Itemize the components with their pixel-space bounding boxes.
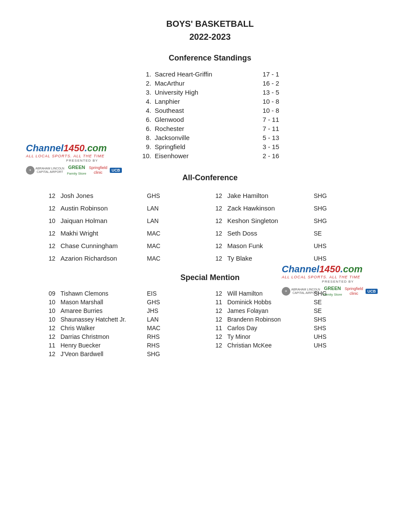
standings-record: 10 - 8	[253, 98, 279, 105]
player-grade: 11	[43, 342, 60, 349]
special-row-right: 12 Brandenn Robinson SHS	[210, 315, 377, 324]
player-school: LAN	[147, 217, 173, 224]
standings-team: Rochester	[155, 125, 184, 132]
player-name: Henry Buecker	[60, 342, 147, 349]
player-name: Chase Cunningham	[60, 242, 147, 249]
standings-record: 5 - 13	[253, 134, 279, 141]
player-school: UHS	[314, 242, 340, 249]
player-name: Chris Walker	[60, 325, 147, 332]
player-grade: 10	[43, 299, 60, 306]
player-name: Tishawn Clemons	[60, 290, 147, 297]
airport-icon: ✈	[26, 166, 35, 175]
standings-record: 2 - 16	[253, 152, 279, 159]
player-name: Keshon Singleton	[227, 217, 314, 224]
standings-row: 1. Sacred Heart-Griffin 17 - 1	[141, 70, 279, 79]
allconf-row-right: 12 Ty Blake UHS	[210, 252, 377, 265]
player-grade: 12	[43, 255, 60, 262]
player-name: Christian McKee	[227, 342, 314, 349]
player-school: UHS	[314, 255, 340, 262]
special-row-left: 12 Chris Walker MAC	[43, 324, 210, 332]
player-school: SHS	[314, 325, 340, 332]
allconf-section: All-Conference 12 Josh Jones GHS 12 Jake…	[26, 173, 394, 265]
standings-team: Southeast	[155, 107, 184, 114]
player-name: Carlos Day	[227, 325, 314, 332]
player-name: Ty Blake	[227, 255, 314, 262]
player-grade: 10	[43, 316, 60, 323]
standings-row: 3. University High 13 - 5	[141, 88, 279, 97]
allconf-row-left: 10 Jaiquan Holman LAN	[43, 214, 210, 227]
standings-row: 4. Lanphier 10 - 8	[141, 97, 279, 106]
player-grade: 12	[210, 307, 227, 314]
player-name: Seth Doss	[227, 230, 314, 237]
player-grade: 10	[43, 307, 60, 314]
player-name: Brandenn Robinson	[227, 316, 314, 323]
allconf-row-right: 12 Seth Doss SE	[210, 227, 377, 239]
player-grade: 12	[43, 230, 60, 237]
player-name: Jaiquan Holman	[60, 217, 147, 224]
player-name: Ty Minor	[227, 333, 314, 340]
player-grade: 12	[210, 290, 227, 297]
player-school: EIS	[147, 290, 173, 297]
player-school: JHS	[147, 307, 173, 314]
standings-rank: 3.	[141, 89, 151, 96]
special-grid: 09 Tishawn Clemons EIS 12 Will Hamilton …	[43, 289, 377, 358]
standings-rank: 1.	[141, 70, 151, 78]
standings-record: 7 - 11	[253, 116, 279, 123]
player-grade: 12	[210, 333, 227, 340]
player-grade: 12	[210, 205, 227, 212]
special-row-right: 12 Ty Minor UHS	[210, 332, 377, 341]
special-row-right: 11 Dominick Hobbs SE	[210, 298, 377, 306]
standings-team: Jacksonville	[155, 134, 190, 141]
allconf-grid: 12 Josh Jones GHS 12 Jake Hamilton SHG 1…	[43, 189, 377, 265]
player-school: MAC	[147, 255, 173, 262]
player-grade: 12	[43, 242, 60, 249]
player-school: SE	[314, 307, 340, 314]
player-school: LAN	[147, 316, 173, 323]
airport-icon-2: ✈	[282, 287, 290, 296]
standings-row: 10. Eisenhower 2 - 16	[141, 151, 279, 160]
standings-team: University High	[155, 89, 198, 96]
standings-rank: 4.	[141, 107, 151, 114]
standings-rank: 4.	[141, 98, 151, 105]
player-name: Dominick Hobbs	[227, 299, 314, 306]
player-grade: 12	[210, 242, 227, 249]
player-name: Jake Hamilton	[227, 192, 314, 199]
special-row-left: 10 Amaree Burries JHS	[43, 306, 210, 315]
player-school: SHS	[314, 316, 340, 323]
special-row-left: 09 Tishawn Clemons EIS	[43, 289, 210, 298]
player-name: James Folayan	[227, 307, 314, 314]
player-grade: 12	[43, 192, 60, 199]
player-school: MAC	[147, 325, 173, 332]
page: BOYS' BASKETBALL 2022-2023 Conference St…	[0, 0, 420, 510]
player-school: GHS	[147, 299, 173, 306]
player-name: Amaree Burries	[60, 307, 147, 314]
player-school: UHS	[314, 333, 340, 340]
standings-record: 17 - 1	[253, 70, 279, 78]
player-school: MAC	[147, 230, 173, 237]
player-grade: 09	[43, 290, 60, 297]
standings-row: 2. MacArthur 16 - 2	[141, 79, 279, 88]
special-row-right: 12 James Folayan SE	[210, 306, 377, 315]
standings-row: 6. Glenwood 7 - 11	[141, 115, 279, 124]
special-row-left: 10 Shaunassey Hatchett Jr. LAN	[43, 315, 210, 324]
player-grade: 12	[210, 255, 227, 262]
standings-row: 8. Jacksonville 5 - 13	[141, 133, 279, 142]
player-grade: 12	[43, 333, 60, 340]
standings-rank: 2.	[141, 80, 151, 87]
special-row-left: 10 Mason Marshall GHS	[43, 298, 210, 306]
standings-record: 10 - 8	[253, 107, 279, 114]
standings-record: 7 - 11	[253, 125, 279, 132]
standings-row: 6. Rochester 7 - 11	[141, 124, 279, 133]
allconf-row-left: 12 Makhi Wright MAC	[43, 227, 210, 239]
player-school: RHS	[147, 342, 173, 349]
player-school: SE	[314, 299, 340, 306]
player-name: J'Veon Bardwell	[60, 351, 147, 357]
player-grade: 12	[210, 217, 227, 224]
player-name: Darrias Christmon	[60, 333, 147, 340]
player-school: LAN	[147, 205, 173, 212]
logo-right: Channel1450.com All Local Sports. All Th…	[282, 264, 394, 297]
player-name: Makhi Wright	[60, 230, 147, 237]
standings-rank: 6.	[141, 116, 151, 123]
player-grade: 11	[210, 325, 227, 332]
allconf-row-right: 12 Zack Hawkinson SHG	[210, 202, 377, 214]
